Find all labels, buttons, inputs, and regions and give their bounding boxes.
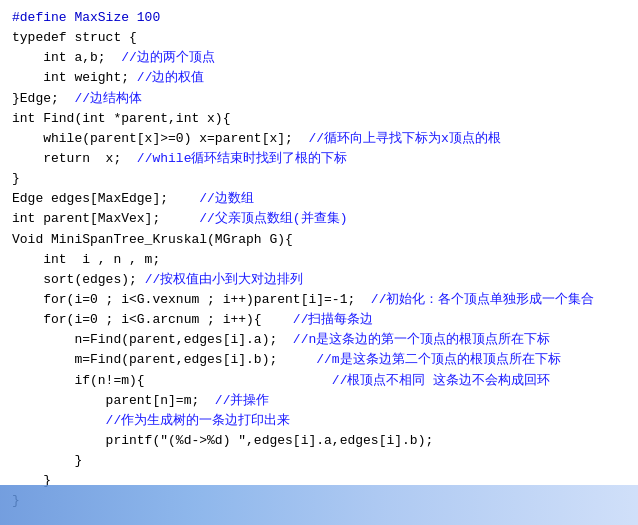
code-comment: //按权值由小到大对边排列: [145, 272, 304, 287]
code-comment: //while循环结束时找到了根的下标: [137, 151, 348, 166]
code-token: typedef struct {: [12, 30, 137, 45]
code-line: for(i=0 ; i<G.vexnum ; i++)parent[i]=-1;…: [12, 290, 626, 310]
code-line: for(i=0 ; i<G.arcnum ; i++){ //扫描每条边: [12, 310, 626, 330]
code-token: while(parent[x]>=0) x=parent[x];: [12, 131, 308, 146]
code-comment: //父亲顶点数组(并查集): [199, 211, 347, 226]
code-comment: //并操作: [215, 393, 270, 408]
code-line: int parent[MaxVex]; //父亲顶点数组(并查集): [12, 209, 626, 229]
code-line: int a,b; //边的两个顶点: [12, 48, 626, 68]
code-token: return x;: [12, 151, 137, 166]
code-token: parent[n]=m;: [12, 393, 215, 408]
code-token: int weight;: [12, 70, 137, 85]
code-token: for(i=0 ; i<G.vexnum ; i++)parent[i]=-1;: [12, 292, 371, 307]
code-token: int parent[MaxVex];: [12, 211, 199, 226]
code-editor: #define MaxSize 100 typedef struct { int…: [0, 0, 638, 525]
code-token: }: [12, 453, 82, 468]
code-line: }: [12, 169, 626, 189]
code-line: m=Find(parent,edges[i].b); //m是这条边第二个顶点的…: [12, 350, 626, 370]
code-line: //作为生成树的一条边打印出来: [12, 411, 626, 431]
code-comment: //n是这条边的第一个顶点的根顶点所在下标: [293, 332, 550, 347]
code-comment: //边的权值: [137, 70, 205, 85]
code-comment: //根顶点不相同 这条边不会构成回环: [332, 373, 550, 388]
code-token: m=Find(parent,edges[i].b);: [12, 352, 316, 367]
code-token: }Edge;: [12, 91, 74, 106]
code-line: printf("(%d->%d) ",edges[i].a,edges[i].b…: [12, 431, 626, 451]
code-comment: //边的两个顶点: [121, 50, 215, 65]
code-comment: //m是这条边第二个顶点的根顶点所在下标: [316, 352, 560, 367]
code-line: }Edge; //边结构体: [12, 89, 626, 109]
code-line: int weight; //边的权值: [12, 68, 626, 88]
code-token: printf("(%d->%d) ",edges[i].a,edges[i].b…: [12, 433, 433, 448]
code-line: Void MiniSpanTree_Kruskal(MGraph G){: [12, 230, 626, 250]
code-token: int Find(int *parent,int x){: [12, 111, 230, 126]
code-line: parent[n]=m; //并操作: [12, 391, 626, 411]
code-comment: //初始化：各个顶点单独形成一个集合: [371, 292, 595, 307]
code-line: n=Find(parent,edges[i].a); //n是这条边的第一个顶点…: [12, 330, 626, 350]
code-token: sort(edges);: [12, 272, 145, 287]
code-line: if(n!=m){ //根顶点不相同 这条边不会构成回环: [12, 371, 626, 391]
code-line: while(parent[x]>=0) x=parent[x]; //循环向上寻…: [12, 129, 626, 149]
code-token: }: [12, 171, 20, 186]
code-token: Void MiniSpanTree_Kruskal(MGraph G){: [12, 232, 293, 247]
code-line: #define MaxSize 100: [12, 8, 626, 28]
code-comment: //循环向上寻找下标为x顶点的根: [308, 131, 500, 146]
code-line: int i , n , m;: [12, 250, 626, 270]
code-token: int a,b;: [12, 50, 121, 65]
code-comment: //边结构体: [74, 91, 142, 106]
code-line: typedef struct {: [12, 28, 626, 48]
code-line: }: [12, 451, 626, 471]
code-token: Edge edges[MaxEdge];: [12, 191, 199, 206]
bottom-blur-overlay: [0, 485, 638, 525]
code-token: int i , n , m;: [12, 252, 160, 267]
code-line: return x; //while循环结束时找到了根的下标: [12, 149, 626, 169]
code-line: sort(edges); //按权值由小到大对边排列: [12, 270, 626, 290]
code-token: #define MaxSize 100: [12, 10, 160, 25]
code-line: Edge edges[MaxEdge]; //边数组: [12, 189, 626, 209]
code-comment: //作为生成树的一条边打印出来: [12, 413, 290, 428]
code-comment: //扫描每条边: [293, 312, 374, 327]
code-token: if(n!=m){: [12, 373, 332, 388]
code-comment: //边数组: [199, 191, 254, 206]
code-token: n=Find(parent,edges[i].a);: [12, 332, 293, 347]
code-token: for(i=0 ; i<G.arcnum ; i++){: [12, 312, 293, 327]
code-line: int Find(int *parent,int x){: [12, 109, 626, 129]
